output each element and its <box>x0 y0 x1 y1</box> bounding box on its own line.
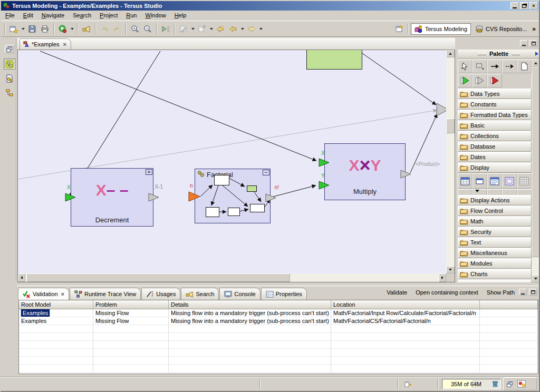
last-edit-button[interactable] <box>214 23 227 35</box>
trigger-green-tool[interactable] <box>458 74 472 87</box>
new-wizard-button[interactable] <box>7 23 20 35</box>
column-header-details[interactable]: Details <box>169 300 331 309</box>
close-icon[interactable]: × <box>63 41 66 47</box>
tab-properties[interactable]: Properties <box>261 288 307 300</box>
input-trigger-port[interactable] <box>188 191 200 202</box>
palette-category-flow-control[interactable]: Flow Control <box>458 205 532 216</box>
palette-category-display-actions[interactable]: Display Actions <box>458 195 532 205</box>
undo-button[interactable] <box>98 23 111 35</box>
garbage-collect-button[interactable] <box>490 379 500 388</box>
tab-validation[interactable]: Validation× <box>18 288 69 300</box>
grid-view-item[interactable] <box>517 173 532 189</box>
palette-category-miscellaneous[interactable]: Miscellaneous <box>458 248 532 258</box>
note-tool[interactable] <box>517 60 532 73</box>
show-view-as-fast-view-button[interactable] <box>402 379 413 389</box>
minimize-button[interactable] <box>510 2 519 9</box>
action-validate[interactable]: Validate <box>387 289 407 296</box>
forward-menu-arrow-icon[interactable] <box>258 23 264 35</box>
calendar-view-item-clipped[interactable] <box>458 189 472 195</box>
palette-category-modules[interactable]: Modules <box>458 258 532 269</box>
list-view-item[interactable] <box>487 173 502 189</box>
sub-model[interactable] <box>214 175 229 185</box>
output-port[interactable] <box>148 193 159 202</box>
trigger-gray-tool[interactable] <box>472 74 487 87</box>
scroll-down-button[interactable] <box>532 275 540 282</box>
input-trigger-port[interactable] <box>319 158 330 167</box>
palette-pin-arrow-icon[interactable] <box>535 52 538 56</box>
maximize-palette-button[interactable] <box>529 40 537 47</box>
model-factorial[interactable]: Factorial − n <box>195 169 271 223</box>
dashed-flow-tool[interactable] <box>502 60 517 73</box>
new-wizard-menu-arrow-icon[interactable] <box>20 23 26 35</box>
scroll-right-button[interactable] <box>439 273 446 282</box>
validation-row[interactable]: ExamplesMissing FlowMissing flow into a … <box>19 317 538 325</box>
editor-tab-examples[interactable]: *Examples × <box>20 38 71 50</box>
perspective-tersus-modeling[interactable]: Tersus Modeling <box>411 23 471 35</box>
palette-category-display[interactable]: Display <box>458 162 532 173</box>
menu-item-file[interactable]: File <box>1 11 19 21</box>
tersus-view-button[interactable] <box>517 379 526 388</box>
palette-category-charts[interactable]: Charts <box>458 269 532 279</box>
restore-button[interactable] <box>520 2 528 9</box>
palette-category-security[interactable]: Security <box>458 227 532 237</box>
menu-item-help[interactable]: Help <box>170 11 191 21</box>
list-view-item-clipped[interactable] <box>487 189 502 195</box>
output-port[interactable] <box>265 193 276 202</box>
palette-category-testing[interactable]: Testing <box>458 279 532 282</box>
menu-item-edit[interactable]: Edit <box>19 11 37 21</box>
menu-item-project[interactable]: Project <box>95 11 122 21</box>
more-items-icon[interactable] <box>475 190 479 192</box>
print-button[interactable] <box>38 23 51 35</box>
action-show-path[interactable]: Show Path <box>487 289 515 296</box>
launch-external-menu-arrow-icon[interactable] <box>208 23 214 35</box>
save-button[interactable] <box>26 23 38 35</box>
outline-icon[interactable] <box>4 87 15 98</box>
column-header-problem[interactable]: Problem <box>93 300 169 309</box>
menu-item-search[interactable]: Search <box>69 11 95 21</box>
run-menu-arrow-icon[interactable] <box>69 23 75 35</box>
scroll-down-button[interactable] <box>446 266 455 273</box>
forward-button[interactable] <box>245 23 258 35</box>
palette-category-text[interactable]: Text <box>458 237 532 248</box>
run-button[interactable] <box>56 23 69 35</box>
perspective-cvs-repository[interactable]: CVS CVS Reposito... <box>472 23 530 35</box>
scroll-left-button[interactable] <box>18 273 25 282</box>
tab-search[interactable]: Search <box>181 288 219 300</box>
redo-button[interactable] <box>111 23 123 35</box>
select-tool[interactable] <box>458 60 472 73</box>
palette-category-collections[interactable]: Collections <box>458 131 532 141</box>
back-button[interactable] <box>227 23 239 35</box>
perspective-overflow-chevron[interactable]: » <box>532 25 536 33</box>
scrollbar-thumb[interactable] <box>446 119 455 133</box>
palette-category-database[interactable]: Database <box>458 141 532 152</box>
scroll-up-button[interactable] <box>532 60 540 67</box>
search-brush-button[interactable] <box>80 23 93 35</box>
calendar-view-item[interactable] <box>458 173 472 189</box>
column-header-location[interactable]: Location <box>331 300 480 309</box>
palette-scrollbar[interactable] <box>532 60 540 282</box>
launch-external-button[interactable] <box>196 23 208 35</box>
palette-category-math[interactable]: Math <box>458 216 532 227</box>
menu-item-window[interactable]: Window <box>141 11 170 21</box>
launch-profile-button[interactable] <box>177 23 190 35</box>
palette-header[interactable]: Palette <box>458 50 540 58</box>
minimize-palette-button[interactable] <box>520 40 528 47</box>
input-trigger-port[interactable] <box>65 193 76 202</box>
palette-category-formatted-data-types[interactable]: Formatted Data Types <box>458 110 532 120</box>
open-perspective-button[interactable] <box>393 23 406 35</box>
sub-model[interactable] <box>206 207 219 217</box>
menu-item-run[interactable]: Run <box>122 11 141 21</box>
palette-category-dates[interactable]: Dates <box>458 152 532 162</box>
minimize-view-button[interactable] <box>519 289 527 296</box>
action-open-containing-context[interactable]: Open containing context <box>416 289 478 296</box>
canvas-exit-port[interactable] <box>436 103 446 116</box>
border-view-item-clipped[interactable] <box>502 189 517 195</box>
repository-icon[interactable] <box>4 73 15 84</box>
border-view-item[interactable] <box>502 173 517 189</box>
sub-model[interactable] <box>250 204 265 212</box>
model-hierarchy-icon[interactable] <box>4 58 15 70</box>
marquee-tool[interactable] <box>472 60 487 73</box>
model-decrement[interactable]: + X– – Decrement X X-1 <box>71 168 153 227</box>
maximize-view-button[interactable] <box>529 289 537 296</box>
output-port[interactable] <box>400 170 411 179</box>
